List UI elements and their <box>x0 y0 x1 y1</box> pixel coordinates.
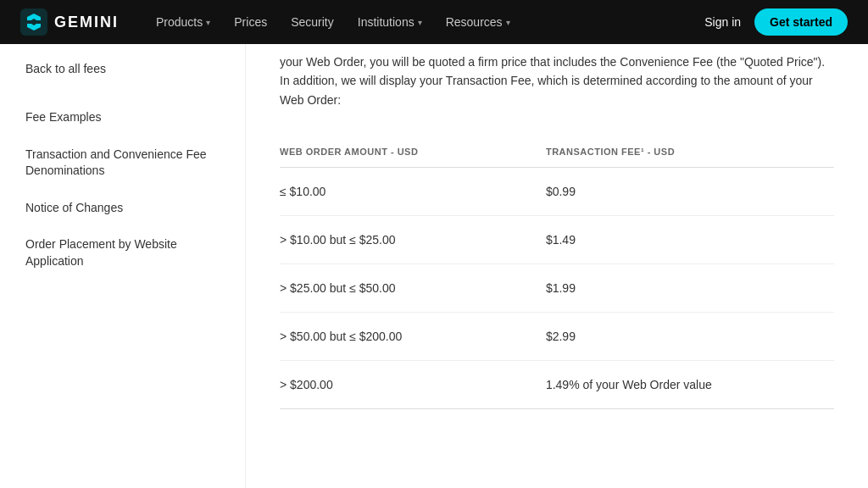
sidebar-item-transaction-convenience[interactable]: Transaction and Convenience Fee Denomina… <box>25 136 220 190</box>
fee-amount: $0.99 <box>546 168 834 216</box>
sidebar-item-notice-of-changes[interactable]: Notice of Changes <box>25 190 220 227</box>
chevron-down-icon: ▾ <box>506 18 510 27</box>
fee-range: ≤ $10.00 <box>280 168 546 216</box>
sign-in-button[interactable]: Sign in <box>704 15 741 29</box>
nav-links: Products ▾ Prices Security Institutions … <box>146 10 704 34</box>
sidebar: Back to all fees Fee Examples Transactio… <box>0 44 246 488</box>
nav-resources[interactable]: Resources ▾ <box>436 10 520 34</box>
nav-institutions[interactable]: Institutions ▾ <box>348 10 432 34</box>
sidebar-item-fee-examples[interactable]: Fee Examples <box>25 99 220 136</box>
chevron-down-icon: ▾ <box>418 18 422 27</box>
intro-paragraph: your Web Order, you will be quoted a fir… <box>280 44 834 130</box>
get-started-button[interactable]: Get started <box>754 8 848 36</box>
fee-range: > $25.00 but ≤ $50.00 <box>280 264 546 313</box>
col-header-fee: TRANSACTION FEE¹ - USD <box>546 136 834 168</box>
fee-range: > $50.00 but ≤ $200.00 <box>280 313 546 361</box>
fee-amount: $2.99 <box>546 313 834 361</box>
fee-amount: $1.99 <box>546 264 834 313</box>
fee-range: > $200.00 <box>280 361 546 409</box>
gemini-logo-icon <box>20 8 47 36</box>
fee-amount: 1.49% of your Web Order value <box>546 361 834 409</box>
chevron-down-icon: ▾ <box>206 18 210 27</box>
table-row: > $25.00 but ≤ $50.00$1.99 <box>280 264 834 313</box>
fee-amount: $1.49 <box>546 216 834 264</box>
svg-rect-0 <box>20 8 47 36</box>
nav-products[interactable]: Products ▾ <box>146 10 220 34</box>
navbar: GEMINI Products ▾ Prices Security Instit… <box>0 0 868 44</box>
col-header-amount: WEB ORDER AMOUNT - USD <box>280 136 546 168</box>
nav-actions: Sign in Get started <box>704 8 848 36</box>
sidebar-nav: Fee Examples Transaction and Convenience… <box>25 99 220 280</box>
table-row: > $50.00 but ≤ $200.00$2.99 <box>280 313 834 361</box>
nav-prices[interactable]: Prices <box>224 10 277 34</box>
table-row: ≤ $10.00$0.99 <box>280 168 834 216</box>
sidebar-item-order-placement[interactable]: Order Placement by Website Application <box>25 226 220 280</box>
logo-text: GEMINI <box>54 14 119 31</box>
nav-security[interactable]: Security <box>281 10 344 34</box>
back-to-all-fees-link[interactable]: Back to all fees <box>25 62 106 75</box>
main-content: your Web Order, you will be quoted a fir… <box>246 44 868 488</box>
table-row: > $10.00 but ≤ $25.00$1.49 <box>280 216 834 264</box>
logo[interactable]: GEMINI <box>20 8 119 36</box>
fee-range: > $10.00 but ≤ $25.00 <box>280 216 546 264</box>
table-row: > $200.001.49% of your Web Order value <box>280 361 834 409</box>
fee-table: WEB ORDER AMOUNT - USD TRANSACTION FEE¹ … <box>280 136 834 409</box>
content-area: Back to all fees Fee Examples Transactio… <box>0 44 868 488</box>
